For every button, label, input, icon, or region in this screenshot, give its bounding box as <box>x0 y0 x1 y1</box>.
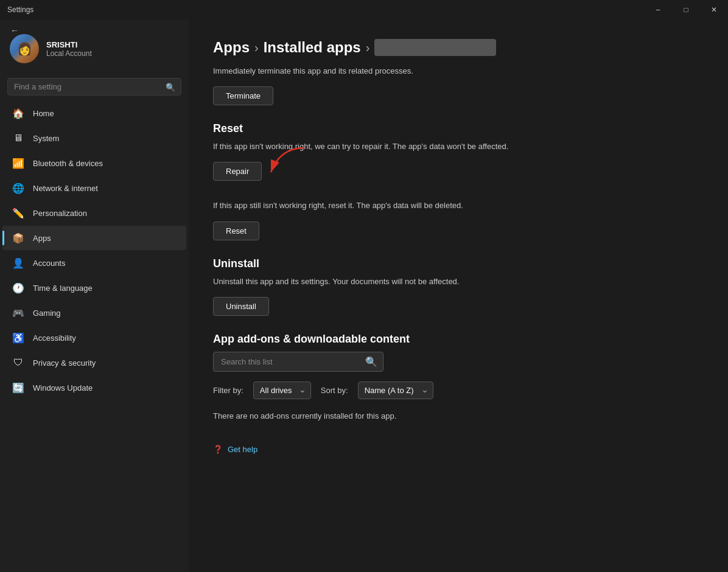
sidebar: 👩 SRISHTI Local Account 🔍 🏠 Home 🖥 Syste… <box>0 19 189 572</box>
sidebar-search-container: 🔍 <box>0 73 189 100</box>
sidebar-item-personalization-label: Personalization <box>33 209 87 218</box>
uninstall-button[interactable]: Uninstall <box>213 297 269 316</box>
accounts-icon: 👤 <box>12 257 24 269</box>
sidebar-item-network[interactable]: 🌐 Network & internet <box>2 176 186 200</box>
sidebar-item-bluetooth[interactable]: 📶 Bluetooth & devices <box>2 151 186 175</box>
sidebar-item-home-label: Home <box>33 109 54 118</box>
sidebar-item-system-label: System <box>33 134 59 143</box>
repair-button-container: Repair <box>213 162 262 181</box>
user-type: Local Account <box>46 49 92 58</box>
user-profile: 👩 SRISHTI Local Account <box>0 24 189 73</box>
red-arrow-annotation <box>262 145 310 181</box>
sidebar-item-privacy-label: Privacy & security <box>33 358 96 368</box>
reset-button[interactable]: Reset <box>213 221 259 240</box>
sidebar-item-accessibility-label: Accessibility <box>33 333 76 343</box>
uninstall-description: Uninstall this app and its settings. You… <box>213 276 704 287</box>
get-help-link[interactable]: ❓ Get help <box>213 445 704 454</box>
sidebar-item-bluetooth-label: Bluetooth & devices <box>33 159 103 168</box>
sidebar-item-accounts-label: Accounts <box>33 259 65 268</box>
sidebar-nav: 🏠 Home 🖥 System 📶 Bluetooth & devices 🌐 … <box>0 100 189 400</box>
sidebar-search-icon: 🔍 <box>166 82 175 91</box>
privacy-icon: 🛡 <box>12 357 24 369</box>
sidebar-item-home[interactable]: 🏠 Home <box>2 101 186 125</box>
filter-select-wrapper: All drives <box>253 382 311 399</box>
accessibility-icon: ♿ <box>12 332 24 344</box>
sidebar-item-time-label: Time & language <box>33 284 93 293</box>
addons-search-input[interactable] <box>213 352 383 372</box>
reset-section-title: Reset <box>213 122 704 135</box>
sidebar-item-apps[interactable]: 📦 Apps <box>2 226 186 250</box>
breadcrumb-app-name <box>374 39 496 56</box>
sort-by-label: Sort by: <box>321 386 348 395</box>
system-icon: 🖥 <box>12 132 24 144</box>
addons-search-container: 🔍 <box>213 352 704 372</box>
filter-row: Filter by: All drives Sort by: Name (A t… <box>213 382 704 399</box>
maximize-button[interactable]: □ <box>672 0 700 19</box>
network-icon: 🌐 <box>12 182 24 194</box>
filter-select[interactable]: All drives <box>253 382 311 399</box>
titlebar-title: Settings <box>7 5 33 14</box>
sidebar-item-personalization[interactable]: ✏️ Personalization <box>2 201 186 225</box>
sidebar-item-system[interactable]: 🖥 System <box>2 126 186 150</box>
time-icon: 🕐 <box>12 282 24 294</box>
back-button[interactable]: ← <box>6 22 23 39</box>
breadcrumb: Apps › Installed apps › <box>213 39 704 56</box>
sort-select-wrapper: Name (A to Z)Name (Z to A)SizeInstall da… <box>358 382 433 399</box>
reset-description: If this app still isn't working right, r… <box>213 200 704 211</box>
titlebar: Settings – □ ✕ <box>0 0 728 19</box>
sidebar-item-update[interactable]: 🔄 Windows Update <box>2 375 186 400</box>
repair-button[interactable]: Repair <box>213 162 262 181</box>
no-addons-text: There are no add-ons currently installed… <box>213 411 704 420</box>
sidebar-search-input[interactable] <box>7 78 181 96</box>
apps-icon: 📦 <box>12 232 24 244</box>
content-area: Apps › Installed apps › Immediately term… <box>189 19 728 572</box>
terminate-button[interactable]: Terminate <box>213 86 273 105</box>
terminate-description: Immediately terminate this app and its r… <box>213 66 704 77</box>
user-name: SRISHTI <box>46 40 92 49</box>
sidebar-item-apps-label: Apps <box>33 234 51 243</box>
personalization-icon: ✏️ <box>12 207 24 219</box>
bluetooth-icon: 📶 <box>12 157 24 169</box>
sidebar-item-accessibility[interactable]: ♿ Accessibility <box>2 326 186 350</box>
sidebar-item-gaming[interactable]: 🎮 Gaming <box>2 301 186 325</box>
sidebar-item-update-label: Windows Update <box>33 383 93 392</box>
sidebar-item-gaming-label: Gaming <box>33 309 61 318</box>
user-info: SRISHTI Local Account <box>46 40 92 58</box>
sidebar-item-accounts[interactable]: 👤 Accounts <box>2 251 186 275</box>
sort-select[interactable]: Name (A to Z)Name (Z to A)SizeInstall da… <box>358 382 433 399</box>
titlebar-controls: – □ ✕ <box>644 0 728 19</box>
home-icon: 🏠 <box>12 107 24 119</box>
uninstall-section-title: Uninstall <box>213 257 704 270</box>
gaming-icon: 🎮 <box>12 307 24 319</box>
breadcrumb-installed-apps[interactable]: Installed apps <box>264 39 361 56</box>
update-icon: 🔄 <box>12 382 24 394</box>
help-label: Get help <box>228 445 257 454</box>
addons-section-title: App add-ons & downloadable content <box>213 333 704 346</box>
sidebar-item-privacy[interactable]: 🛡 Privacy & security <box>2 351 186 375</box>
breadcrumb-sep-2: › <box>366 41 370 55</box>
help-icon: ❓ <box>213 445 223 454</box>
main-window: 👩 SRISHTI Local Account 🔍 🏠 Home 🖥 Syste… <box>0 19 728 572</box>
sidebar-item-time[interactable]: 🕐 Time & language <box>2 276 186 300</box>
filter-by-label: Filter by: <box>213 386 243 395</box>
close-button[interactable]: ✕ <box>700 0 728 19</box>
breadcrumb-apps[interactable]: Apps <box>213 39 250 56</box>
sidebar-item-network-label: Network & internet <box>33 184 98 193</box>
minimize-button[interactable]: – <box>644 0 672 19</box>
breadcrumb-sep-1: › <box>254 41 259 55</box>
